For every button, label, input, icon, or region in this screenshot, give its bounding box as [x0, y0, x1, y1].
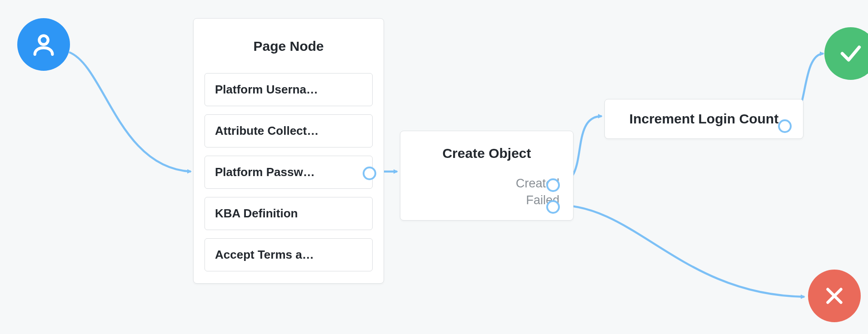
create-object-created-port[interactable]	[546, 178, 560, 192]
page-node-output-port[interactable]	[363, 167, 376, 180]
create-object-failed-port[interactable]	[546, 200, 560, 214]
increment-login-title: Increment Login Count	[618, 111, 790, 127]
success-node[interactable]	[824, 27, 868, 80]
svg-point-0	[39, 36, 48, 44]
outcome-created: Created	[414, 177, 559, 191]
list-item[interactable]: KBA Definition	[205, 197, 373, 230]
flow-canvas: Page Node Platform Userna… Attribute Col…	[0, 0, 868, 334]
increment-login-panel[interactable]: Increment Login Count	[604, 99, 803, 139]
list-item[interactable]: Platform Userna…	[205, 73, 373, 106]
list-item[interactable]: Attribute Collect…	[205, 114, 373, 147]
page-node-title: Page Node	[205, 39, 373, 54]
outcome-failed: Failed	[414, 193, 559, 207]
create-object-title: Create Object	[414, 146, 559, 161]
list-item[interactable]: Accept Terms a…	[205, 238, 373, 271]
close-icon	[823, 285, 846, 307]
check-icon	[838, 41, 863, 66]
person-icon	[30, 31, 57, 58]
start-node[interactable]	[17, 18, 70, 71]
list-item[interactable]: Platform Passw…	[205, 156, 373, 189]
page-node-panel[interactable]: Page Node Platform Userna… Attribute Col…	[193, 18, 384, 284]
fail-node[interactable]	[808, 270, 861, 322]
increment-login-output-port[interactable]	[778, 119, 792, 133]
